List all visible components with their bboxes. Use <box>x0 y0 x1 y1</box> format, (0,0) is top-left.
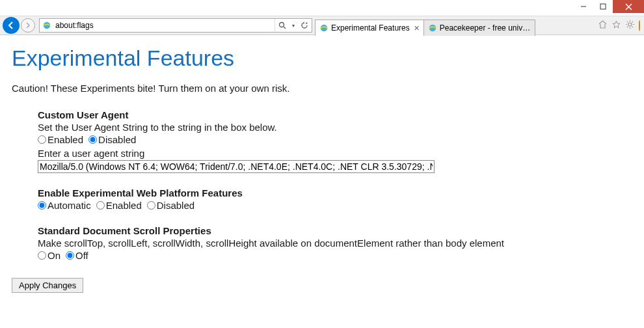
radio-input[interactable] <box>38 251 46 260</box>
radio-input[interactable] <box>147 201 155 210</box>
feedback-icon[interactable] <box>639 21 640 31</box>
section-custom-user-agent: Custom User Agent Set the User Agent Str… <box>38 109 632 173</box>
section-title: Standard Document Scroll Properties <box>38 225 632 236</box>
toolbar-icons <box>598 20 644 31</box>
section-web-platform: Enable Experimental Web Platform Feature… <box>38 187 632 211</box>
ua-radio-group: Enabled Disabled <box>38 134 632 145</box>
svg-point-5 <box>280 23 284 27</box>
webplat-automatic-option[interactable]: Automatic <box>38 200 91 211</box>
ie-icon <box>319 23 329 33</box>
tab-peacekeeper[interactable]: Peacekeeper - free universa... <box>423 20 535 36</box>
address-bar-buttons: ▾ <box>275 19 312 32</box>
url-input[interactable] <box>54 19 275 32</box>
section-desc: Make scrollTop, scrollLeft, scrollWidth,… <box>38 238 632 249</box>
search-icon[interactable] <box>275 19 289 32</box>
section-title: Enable Experimental Web Platform Feature… <box>38 187 632 198</box>
svg-rect-1 <box>600 4 606 9</box>
scroll-off-option[interactable]: Off <box>66 250 88 261</box>
address-bar: ▾ <box>39 18 312 33</box>
svg-line-17 <box>627 27 628 27</box>
window-titlebar <box>0 0 644 16</box>
ua-enabled-option[interactable]: Enabled <box>38 134 83 145</box>
radio-label: Enabled <box>47 134 83 145</box>
settings-icon[interactable] <box>625 20 635 31</box>
forward-button[interactable] <box>21 18 35 33</box>
scroll-radio-group: On Off <box>38 250 632 261</box>
apply-changes-button[interactable]: Apply Changes <box>12 278 83 293</box>
section-scroll-properties: Standard Document Scroll Properties Make… <box>38 225 632 261</box>
svg-line-14 <box>627 21 628 22</box>
tab-experimental-features[interactable]: Experimental Features ✕ <box>315 20 424 36</box>
radio-input[interactable] <box>66 251 74 260</box>
page-content: Experimental Features Caution! These Exp… <box>0 35 644 303</box>
home-icon[interactable] <box>598 20 608 31</box>
section-title: Custom User Agent <box>38 109 632 120</box>
favorites-icon[interactable] <box>611 20 621 31</box>
arrow-left-icon <box>7 21 16 30</box>
radio-label: Off <box>75 250 88 261</box>
radio-label: Automatic <box>47 200 91 211</box>
window-minimize[interactable] <box>574 0 593 13</box>
caution-text: Caution! These Experiments bite! Turn th… <box>12 83 632 94</box>
refresh-icon[interactable] <box>297 19 312 32</box>
radio-input[interactable] <box>38 135 46 144</box>
user-agent-input[interactable] <box>38 160 435 173</box>
svg-line-15 <box>632 27 633 27</box>
tab-strip: Experimental Features ✕ Peacekeeper - fr… <box>315 16 535 35</box>
ie-icon <box>428 23 437 33</box>
radio-label: On <box>47 250 60 261</box>
close-tab-icon[interactable]: ✕ <box>414 24 420 33</box>
webplat-radio-group: Automatic Enabled Disabled <box>38 200 632 211</box>
webplat-enabled-option[interactable]: Enabled <box>96 200 142 211</box>
back-button[interactable] <box>3 17 20 34</box>
svg-line-16 <box>632 21 633 22</box>
dropdown-icon[interactable]: ▾ <box>289 19 297 32</box>
radio-label: Disabled <box>98 134 136 145</box>
webplat-disabled-option[interactable]: Disabled <box>147 200 195 211</box>
ie-icon <box>41 21 53 30</box>
ua-field-label: Enter a user agent string <box>38 148 632 159</box>
window-close[interactable] <box>613 0 644 13</box>
svg-line-6 <box>284 27 286 29</box>
section-desc: Set the User Agent String to the string … <box>38 122 632 133</box>
navigation-bar: ▾ Experimental Features ✕ Peacekeeper - … <box>0 16 644 35</box>
tab-label: Peacekeeper - free universa... <box>440 23 531 33</box>
radio-input[interactable] <box>88 135 97 144</box>
svg-point-9 <box>628 23 632 26</box>
ua-disabled-option[interactable]: Disabled <box>88 134 136 145</box>
radio-input[interactable] <box>38 201 46 210</box>
arrow-right-icon <box>25 22 31 29</box>
page-title: Experimental Features <box>12 46 632 71</box>
radio-input[interactable] <box>96 201 105 210</box>
radio-label: Disabled <box>157 200 195 211</box>
tab-label: Experimental Features <box>331 23 410 33</box>
radio-label: Enabled <box>106 200 142 211</box>
window-maximize[interactable] <box>593 0 613 13</box>
scroll-on-option[interactable]: On <box>38 250 60 261</box>
